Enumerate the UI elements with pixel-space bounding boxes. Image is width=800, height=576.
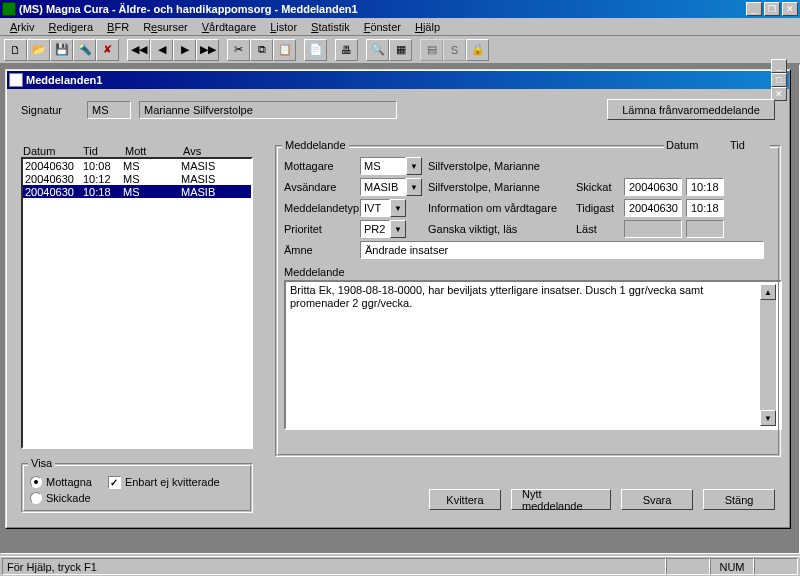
toolbar: 🗋 📂 💾 🔦 ✘ ◀◀ ◀ ▶ ▶▶ ✂ ⧉ 📋 📄 🖶 🔍 ▦ ▤ S 🔒 xyxy=(0,36,800,64)
prio-combo[interactable]: PR2 ▼ xyxy=(360,220,406,238)
tb-save-icon[interactable]: 💾 xyxy=(50,39,73,61)
tb-prev-icon[interactable]: ◀ xyxy=(150,39,173,61)
scroll-down-icon[interactable]: ▼ xyxy=(760,410,776,426)
chevron-down-icon[interactable]: ▼ xyxy=(406,178,422,196)
typ-combo[interactable]: IVT ▼ xyxy=(360,199,406,217)
mottagare-label: Mottagare xyxy=(284,160,360,172)
skickade-label: Skickade xyxy=(46,492,91,504)
mottagna-label: Mottagna xyxy=(46,476,92,488)
chevron-down-icon[interactable]: ▼ xyxy=(406,157,422,175)
list-row[interactable]: 20040630 10:12 MS MASIS xyxy=(23,172,251,185)
menu-resurser[interactable]: Resurser xyxy=(137,20,194,34)
absence-button[interactable]: Lämna frånvaromeddelande xyxy=(607,99,775,120)
menu-listor[interactable]: Listor xyxy=(264,20,303,34)
mdi-area: Meddelanden1 _ □ ✕ Signatur MS Marianne … xyxy=(0,64,800,554)
tb-cut-icon[interactable]: ✂ xyxy=(227,39,250,61)
status-help: För Hjälp, tryck F1 xyxy=(2,558,666,575)
minimize-button[interactable]: _ xyxy=(746,2,762,16)
tb-next-icon[interactable]: ▶ xyxy=(173,39,196,61)
datum-header: Datum xyxy=(666,139,724,151)
tb-tool1-icon: ▤ xyxy=(420,39,443,61)
avsandare-label: Avsändare xyxy=(284,181,360,193)
list-row[interactable]: 20040630 10:08 MS MASIS xyxy=(23,159,251,172)
status-cell3 xyxy=(754,558,798,575)
app-titlebar: (MS) Magna Cura - Äldre- och handikappom… xyxy=(0,0,800,18)
avsandare-combo[interactable]: MASIB ▼ xyxy=(360,178,422,196)
tb-new-icon[interactable]: 🗋 xyxy=(4,39,27,61)
hdr-mott: Mott xyxy=(123,145,181,157)
visa-groupbox: Visa Mottagna ✓ Enbart ej kvitterade Ski… xyxy=(21,463,253,513)
tidigast-datum: 20040630 xyxy=(624,199,682,217)
menu-arkiv[interactable]: Arkiv xyxy=(4,20,40,34)
tb-copy-icon[interactable]: ⧉ xyxy=(250,39,273,61)
body-label: Meddelande xyxy=(284,266,772,278)
maximize-button[interactable]: ❐ xyxy=(764,2,780,16)
tb-first-icon[interactable]: ◀◀ xyxy=(127,39,150,61)
list-header: Datum Tid Mott Avs xyxy=(21,145,253,157)
status-cell1 xyxy=(666,558,710,575)
signatur-code: MS xyxy=(87,101,131,119)
close-button[interactable]: ✕ xyxy=(782,2,798,16)
child-title: Meddelanden1 xyxy=(26,74,771,86)
stang-button[interactable]: Stäng xyxy=(703,489,775,510)
amne-label: Ämne xyxy=(284,244,360,256)
body-textarea[interactable]: Britta Ek, 1908-08-18-0000, har beviljat… xyxy=(284,280,782,430)
tb-print-icon[interactable]: 🖶 xyxy=(335,39,358,61)
list-row-selected[interactable]: 20040630 10:18 MS MASIB xyxy=(23,185,251,198)
menu-hjalp[interactable]: Hjälp xyxy=(409,20,446,34)
child-titlebar: Meddelanden1 _ □ ✕ xyxy=(7,71,789,89)
statusbar: För Hjälp, tryck F1 NUM xyxy=(0,556,800,576)
scroll-up-icon[interactable]: ▲ xyxy=(760,284,776,300)
typ-label: Meddelandetyp xyxy=(284,202,360,214)
enbart-label: Enbart ej kvitterade xyxy=(125,476,220,488)
tb-delete-icon[interactable]: ✘ xyxy=(96,39,119,61)
typ-name: Information om vårdtagare xyxy=(428,202,576,214)
child-maximize-button[interactable]: □ xyxy=(771,73,787,87)
tb-paste-icon[interactable]: 📋 xyxy=(273,39,296,61)
skickat-datum: 20040630 xyxy=(624,178,682,196)
tb-lock-icon[interactable]: 🔒 xyxy=(466,39,489,61)
skickat-tid: 10:18 xyxy=(686,178,724,196)
avsandare-name: Silfverstolpe, Marianne xyxy=(428,181,576,193)
menu-statistik[interactable]: Statistik xyxy=(305,20,356,34)
skickade-radio[interactable] xyxy=(30,492,42,504)
tb-last-icon[interactable]: ▶▶ xyxy=(196,39,219,61)
prio-name: Ganska viktigt, läs xyxy=(428,223,576,235)
svara-button[interactable]: Svara xyxy=(621,489,693,510)
message-listbox[interactable]: 20040630 10:08 MS MASIS 20040630 10:12 M… xyxy=(21,157,253,449)
chevron-down-icon[interactable]: ▼ xyxy=(390,199,406,217)
tb-find-icon[interactable]: 🔦 xyxy=(73,39,96,61)
mottagare-combo[interactable]: MS ▼ xyxy=(360,157,422,175)
message-legend: Meddelande xyxy=(282,139,349,151)
tid-header: Tid xyxy=(730,139,768,151)
tidigast-tid: 10:18 xyxy=(686,199,724,217)
child-icon xyxy=(9,73,23,87)
kvittera-button[interactable]: Kvittera xyxy=(429,489,501,510)
tb-open-icon[interactable]: 📂 xyxy=(27,39,50,61)
mottagna-radio[interactable] xyxy=(30,476,42,488)
message-groupbox: Meddelande Datum Tid Mottagare MS ▼ Silf… xyxy=(275,145,781,457)
child-minimize-button[interactable]: _ xyxy=(771,59,787,73)
last-datum xyxy=(624,220,682,238)
app-title: (MS) Magna Cura - Äldre- och handikappom… xyxy=(19,3,746,15)
tb-report-icon[interactable]: 📄 xyxy=(304,39,327,61)
scrollbar[interactable]: ▲ ▼ xyxy=(760,284,776,426)
tb-tool2-icon: S xyxy=(443,39,466,61)
app-icon xyxy=(2,2,16,16)
menu-bfr[interactable]: BFR xyxy=(101,20,135,34)
amne-field[interactable]: Ändrade insatser xyxy=(360,241,764,259)
enbart-checkbox[interactable]: ✓ xyxy=(108,476,121,489)
nytt-meddelande-button[interactable]: Nytt meddelande xyxy=(511,489,611,510)
menu-fonster[interactable]: Fönster xyxy=(358,20,407,34)
menu-vardtagare[interactable]: Vårdtagare xyxy=(196,20,262,34)
chevron-down-icon[interactable]: ▼ xyxy=(390,220,406,238)
visa-legend: Visa xyxy=(28,457,55,469)
status-num: NUM xyxy=(710,558,754,575)
skickat-label: Skickat xyxy=(576,181,624,193)
hdr-avs: Avs xyxy=(181,145,231,157)
hdr-tid: Tid xyxy=(81,145,123,157)
menu-redigera[interactable]: Redigera xyxy=(42,20,99,34)
hdr-datum: Datum xyxy=(21,145,81,157)
tb-page-icon[interactable]: ▦ xyxy=(389,39,412,61)
tb-preview-icon[interactable]: 🔍 xyxy=(366,39,389,61)
